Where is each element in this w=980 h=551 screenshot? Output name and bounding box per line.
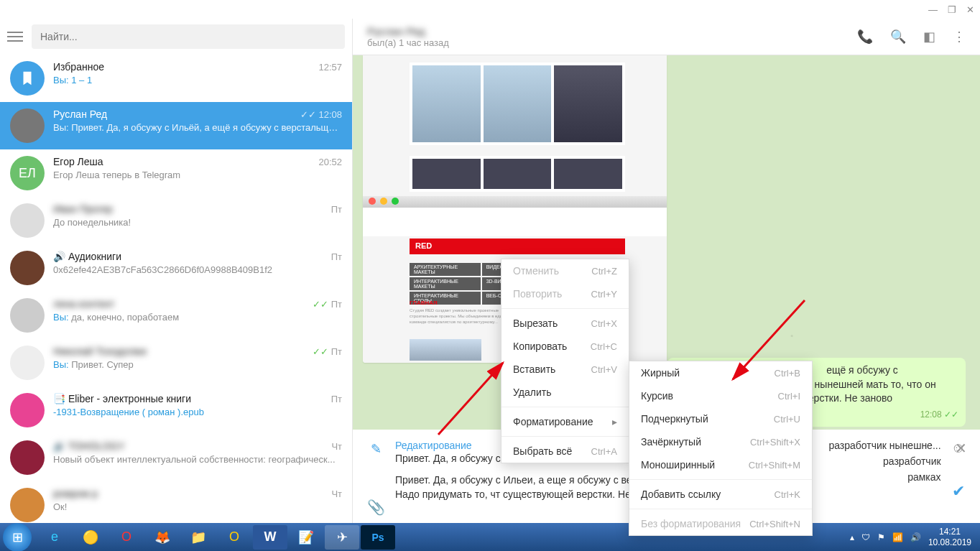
chat-time: ✓✓Пт (313, 346, 342, 357)
avatar (10, 393, 45, 427)
send-icon[interactable]: ✔ (952, 482, 965, 501)
tray-flag-icon[interactable]: ⚑ (877, 532, 885, 542)
taskbar-notepad[interactable]: 📝 (289, 525, 323, 550)
chat-preview: Ок! (53, 501, 342, 512)
chat-name: 📑 Eliber - электронные книги (53, 393, 191, 404)
attach-icon[interactable]: 📎 (367, 499, 385, 516)
avatar: ЕЛ (10, 156, 45, 190)
chat-name: Избранное (53, 61, 104, 73)
menu-item[interactable]: КопироватьCtrl+C (501, 335, 629, 358)
menu-item: ПовторитьCtrl+Y (501, 282, 629, 305)
chat-name: Егор Леша (53, 156, 103, 167)
bubble-time: 12:08 (920, 409, 942, 420)
taskbar-chrome[interactable]: 🟡 (73, 525, 108, 550)
menu-item: ОтменитьCtrl+Z (501, 259, 629, 282)
taskbar-telegram[interactable]: ✈ (325, 525, 359, 550)
search-input[interactable] (32, 24, 345, 49)
taskbar-ie[interactable]: e (37, 525, 72, 550)
edit-icon: ✎ (371, 441, 382, 457)
taskbar-photoshop[interactable]: Ps (361, 525, 395, 550)
chat-preview: Вы: да, конечно, поработаем (53, 312, 342, 323)
chat-item[interactable]: Иван ПрогерПтДо понедельника! (0, 197, 352, 244)
tray-up-icon[interactable]: ▴ (850, 532, 854, 542)
chat-preview: 0x62efe42AE3B7cFa563C2866D6f0A9988B409B1… (53, 264, 342, 275)
taskbar-outlook[interactable]: O (217, 525, 251, 550)
window-close[interactable]: ✕ (966, 4, 974, 15)
chat-time: ✓✓ 12:08 (300, 109, 342, 120)
chat-item[interactable]: ромром рЧтОк! (0, 481, 352, 523)
sidepanel-icon[interactable]: ◧ (923, 29, 935, 45)
clock-time: 14:21 (928, 527, 971, 537)
menu-item[interactable]: ВырезатьCtrl+X (501, 312, 629, 335)
taskbar-explorer[interactable]: 📁 (181, 525, 216, 550)
avatar (10, 108, 45, 143)
chat-preview: Вы: Привет. Супер (53, 359, 342, 370)
chat-name: Руслан Ред (53, 108, 107, 120)
menu-icon[interactable] (7, 32, 23, 42)
app-root: Избранное12:57Вы: 1 – 1Руслан Ред✓✓ 12:0… (0, 19, 980, 523)
chat-title: Руслан Ред (367, 25, 857, 37)
chat-list[interactable]: Избранное12:57Вы: 1 – 1Руслан Ред✓✓ 12:0… (0, 55, 352, 523)
taskbar-word[interactable]: W (253, 525, 287, 550)
chat-item[interactable]: лена контент✓✓ПтВы: да, конечно, поработ… (0, 292, 352, 339)
sidebar-header (0, 19, 352, 55)
chat-time: ✓✓Пт (313, 299, 342, 310)
chat-item[interactable]: 📑 Eliber - электронные книгиПт-1931-Возв… (0, 386, 352, 434)
svg-line-4 (438, 363, 503, 435)
call-icon[interactable]: 📞 (857, 29, 873, 45)
clock-date: 10.08.2019 (928, 537, 971, 547)
tray-clock[interactable]: 14:21 10.08.2019 (928, 527, 971, 547)
avatar (10, 251, 45, 285)
chat-item[interactable]: Руслан Ред✓✓ 12:08Вы: Привет. Да, я обсу… (0, 102, 352, 149)
tray-shield-icon[interactable]: 🛡 (861, 532, 870, 542)
chat-item[interactable]: Избранное12:57Вы: 1 – 1 (0, 55, 352, 102)
chat-name: ромром р (53, 488, 98, 499)
taskbar-firefox[interactable]: 🦊 (145, 525, 180, 550)
chat-item[interactable]: 🔊 TOHOLOGYЧтНовый объект интеллектуально… (0, 434, 352, 481)
menu-item[interactable]: МоноширинныйCtrl+Shift+M (629, 453, 812, 476)
chat-time: 20:52 (318, 157, 342, 167)
chat-name: 🔊 TOHOLOGY (53, 440, 125, 452)
search-icon[interactable]: 🔍 (890, 29, 906, 45)
extra-line: разработчик нынешне... (828, 440, 940, 451)
chat-preview: Егор Леша теперь в Telegram (53, 170, 342, 180)
avatar (10, 298, 45, 333)
menu-item[interactable]: ЗачёркнутыйCtrl+Shift+X (629, 430, 812, 453)
close-edit-icon[interactable]: ✕ (955, 440, 967, 457)
chat-item[interactable]: 🔊 АудиокнигиПт0x62efe42AE3B7cFa563C2866D… (0, 244, 352, 292)
chat-preview: -1931-Возвращение ( роман ).epub (53, 407, 342, 417)
start-button[interactable]: ⊞ (3, 523, 32, 552)
menu-item[interactable]: ПодчеркнутыйCtrl+U (629, 407, 812, 430)
chat-time: Пт (331, 204, 342, 215)
chat-name: Иван Прогер (53, 203, 113, 215)
webshot-heading: ГЛАВНАЯ (410, 300, 438, 306)
avatar (10, 440, 45, 475)
chat-time: Пт (331, 251, 342, 262)
extra-line: рамках (907, 471, 940, 483)
more-icon[interactable]: ⋮ (953, 29, 966, 45)
chat-time: Пт (331, 394, 342, 404)
chat-preview: Новый объект интеллектуальной собственно… (53, 454, 342, 465)
taskbar[interactable]: ⊞ e 🟡 O 🦊 📁 O W 📝 ✈ Ps ▴ 🛡 ⚑ 📶 🔊 14:21 1… (0, 523, 980, 551)
menu-item[interactable]: Добавить ссылкуCtrl+K (629, 483, 812, 506)
chat-name: 🔊 Аудиокниги (53, 251, 121, 262)
avatar (10, 488, 45, 522)
window-maximize[interactable]: ❐ (948, 4, 956, 15)
webshot-brand: RED (410, 239, 625, 254)
window-minimize[interactable]: — (928, 4, 938, 15)
menu-item: Без форматированияCtrl+Shift+N (629, 512, 812, 535)
extra-line: разработчик (883, 455, 941, 467)
menu-item[interactable]: Выбрать всёCtrl+A (501, 440, 629, 463)
system-tray[interactable]: ▴ 🛡 ⚑ 📶 🔊 14:21 10.08.2019 (850, 527, 977, 547)
tray-sound-icon[interactable]: 🔊 (910, 532, 921, 542)
chat-item[interactable]: ЕЛЕгор Леша20:52Егор Леша теперь в Teleg… (0, 149, 352, 197)
taskbar-opera[interactable]: O (109, 525, 144, 550)
tray-network-icon[interactable]: 📶 (892, 532, 903, 542)
chat-time: Чт (331, 441, 342, 452)
avatar (10, 61, 45, 96)
annotation-arrow (726, 300, 812, 389)
window-titlebar: — ❐ ✕ (0, 0, 980, 19)
chat-item[interactable]: Николай Тоходолжи✓✓ПтВы: Привет. Супер (0, 339, 352, 386)
svg-line-5 (733, 300, 805, 379)
annotation-arrow (438, 356, 524, 437)
